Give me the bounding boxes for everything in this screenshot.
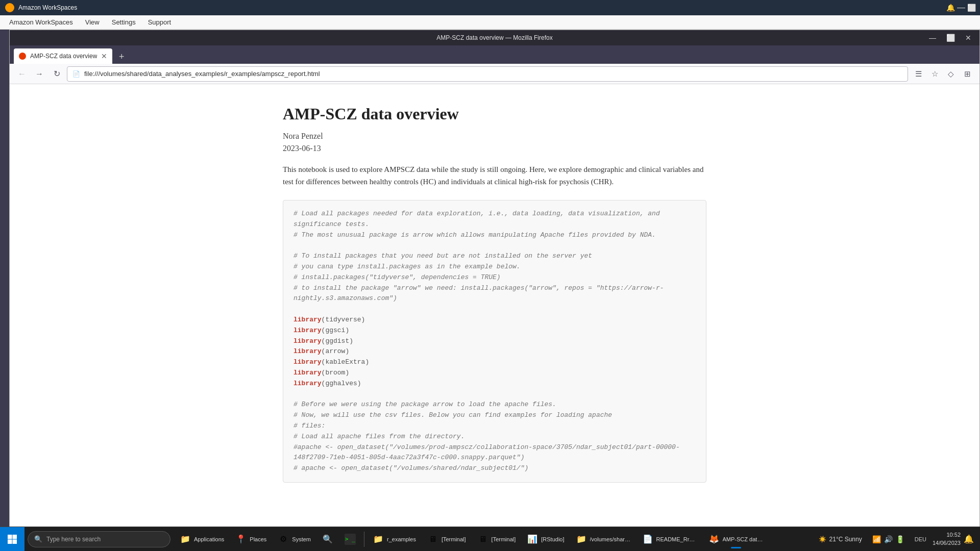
taskbar-item-places[interactable]: 📍 Places: [230, 529, 272, 549]
volume-icon[interactable]: 🔊: [884, 535, 893, 543]
browser-tab-active[interactable]: AMP-SCZ data overview ✕: [14, 48, 112, 64]
applications-icon: 📁: [180, 534, 191, 545]
page-date: 2023-06-13: [283, 144, 706, 153]
menu-view[interactable]: View: [80, 16, 105, 28]
code-block: # Load all packages needed for data expl…: [283, 200, 706, 483]
weather-text: 21°C Sunny: [829, 536, 862, 543]
terminal-2-icon: 🖥: [477, 534, 488, 545]
svg-point-0: [7, 5, 13, 11]
tab-close-button[interactable]: ✕: [101, 52, 107, 60]
menu-amazon-workspaces[interactable]: Amazon WorkSpaces: [4, 16, 78, 28]
code-fn-7: (gghalves): [322, 380, 361, 387]
sun-icon: ☀️: [819, 536, 826, 543]
taskbar-item-terminal-2[interactable]: 🖥 [Terminal]: [472, 529, 521, 549]
taskbar-item-volumes-label: /volumes/share...: [590, 536, 631, 542]
firefox-minimize-button[interactable]: —: [926, 33, 939, 43]
code-kw-4: library: [293, 347, 322, 355]
taskbar-item-terminal-launcher[interactable]: > _: [339, 529, 361, 549]
firefox-taskbar-icon: 🦊: [708, 534, 720, 545]
aws-title: Amazon WorkSpaces: [18, 4, 975, 11]
taskbar-item-r-examples[interactable]: 📁 r_examples: [368, 529, 421, 549]
new-tab-button[interactable]: +: [114, 49, 129, 64]
menu-support[interactable]: Support: [143, 16, 177, 28]
notifications-button[interactable]: 🔔: [963, 533, 975, 545]
taskbar-right: ☀️ 21°C Sunny 📶 🔊 🔋 DEU 10:52 14/06/2023…: [815, 531, 980, 547]
taskbar-items: 📁 Applications 📍 Places ⚙ System 🔍 > _ 📁…: [175, 529, 815, 549]
firefox-close-button[interactable]: ✕: [962, 33, 974, 43]
firefox-window-controls: — ⬜ ✕: [926, 33, 974, 43]
rstudio-icon: 📊: [527, 534, 538, 545]
extensions-icon[interactable]: ⊞: [960, 67, 974, 81]
code-comment-1: # Load all packages needed for data expl…: [293, 210, 660, 228]
readme-icon: 📄: [642, 534, 653, 545]
taskbar-item-ampscz[interactable]: 🦊 AMP-SCZ data o...: [703, 529, 769, 549]
taskbar-item-volumes[interactable]: 📁 /volumes/share...: [571, 529, 636, 549]
terminal-launcher-icon: > _: [345, 534, 356, 545]
notification-icon[interactable]: 🔔: [946, 4, 955, 12]
network-icon[interactable]: 📶: [872, 535, 881, 543]
taskbar-item-applications[interactable]: 📁 Applications: [175, 529, 229, 549]
aws-menubar: Amazon WorkSpaces View Settings Support: [0, 15, 980, 30]
security-icon: 📄: [72, 70, 80, 78]
bookmark-icon[interactable]: ☆: [927, 67, 942, 81]
code-kw-1: library: [293, 316, 322, 323]
maximize-icon[interactable]: ⬜: [967, 4, 976, 12]
address-bar[interactable]: 📄 file:///volumes/shared/data_analyses_e…: [67, 66, 908, 82]
code-fn-6: (broom): [322, 369, 350, 377]
menu-settings[interactable]: Settings: [107, 16, 141, 28]
taskbar-item-readme-label: README_Rrepor...: [656, 536, 697, 542]
taskbar-item-terminal-1[interactable]: 🖥 [Terminal]: [422, 529, 471, 549]
taskbar-item-r-examples-label: r_examples: [387, 536, 416, 542]
taskbar-item-system-label: System: [292, 536, 311, 542]
taskbar-item-ampscz-label: AMP-SCZ data o...: [723, 536, 764, 542]
taskbar-item-readme[interactable]: 📄 README_Rrepor...: [637, 529, 702, 549]
code-fn-2: (ggsci): [322, 327, 350, 334]
weather-widget[interactable]: ☀️ 21°C Sunny: [815, 536, 866, 543]
clock-time: 10:52: [933, 531, 961, 539]
taskbar: 🔍 Type here to search 📁 Applications 📍 P…: [0, 527, 980, 551]
svg-rect-1: [8, 535, 12, 539]
firefox-window-title: AMP-SCZ data overview — Mozilla Firefox: [436, 34, 552, 41]
taskbar-item-rstudio[interactable]: 📊 [RStudio]: [522, 529, 569, 549]
svg-rect-4: [13, 539, 17, 544]
taskbar-item-places-label: Places: [250, 536, 266, 542]
back-button[interactable]: ←: [15, 67, 29, 81]
forward-button[interactable]: →: [32, 67, 46, 81]
page-title: AMP-SCZ data overview: [283, 105, 706, 123]
battery-icon[interactable]: 🔋: [896, 535, 904, 543]
code-kw-2: library: [293, 327, 322, 334]
start-button[interactable]: [0, 527, 24, 552]
reload-button[interactable]: ↻: [50, 67, 64, 81]
page-author: Nora Penzel: [283, 132, 706, 141]
code-comment-2: # The most unusual package is arrow whic…: [293, 231, 656, 239]
windows-logo-icon: [7, 534, 17, 544]
aws-titlebar: Amazon WorkSpaces 🔔 — ⬜: [0, 0, 980, 15]
toolbar-right-icons: ☰ ☆ ◇ ⊞: [911, 67, 974, 81]
reader-view-icon[interactable]: ☰: [911, 67, 925, 81]
search-app-icon: 🔍: [322, 534, 333, 545]
taskbar-item-search[interactable]: 🔍: [317, 529, 338, 549]
left-panel-strip: [0, 30, 9, 551]
firefox-maximize-button[interactable]: ⬜: [943, 33, 958, 43]
taskbar-item-terminal-2-label: [Terminal]: [492, 536, 516, 542]
browser-content: AMP-SCZ data overview Nora Penzel 2023-0…: [10, 84, 979, 550]
language-text: DEU: [915, 536, 926, 542]
pocket-icon[interactable]: ◇: [944, 67, 958, 81]
r-examples-icon: 📁: [373, 534, 384, 545]
svg-rect-2: [13, 535, 17, 539]
taskbar-item-system[interactable]: ⚙ System: [273, 529, 316, 549]
aws-logo: [5, 3, 14, 12]
tab-title: AMP-SCZ data overview: [30, 53, 97, 60]
minimize-icon[interactable]: —: [957, 3, 965, 12]
language-indicator: DEU: [911, 536, 930, 542]
terminal-1-icon: 🖥: [427, 534, 438, 545]
firefox-tabbar: AMP-SCZ data overview ✕ +: [10, 45, 979, 64]
code-comment-4: # Before we were using the package arrow…: [293, 400, 680, 472]
code-kw-6: library: [293, 369, 322, 377]
taskbar-search[interactable]: 🔍 Type here to search: [28, 531, 170, 547]
code-fn-3: (ggdist): [322, 337, 353, 345]
taskbar-clock[interactable]: 10:52 14/06/2023: [933, 531, 961, 547]
taskbar-search-text: Type here to search: [46, 536, 101, 543]
taskbar-item-applications-label: Applications: [194, 536, 224, 542]
system-tray-icons: 📶 🔊 🔋: [868, 535, 909, 543]
